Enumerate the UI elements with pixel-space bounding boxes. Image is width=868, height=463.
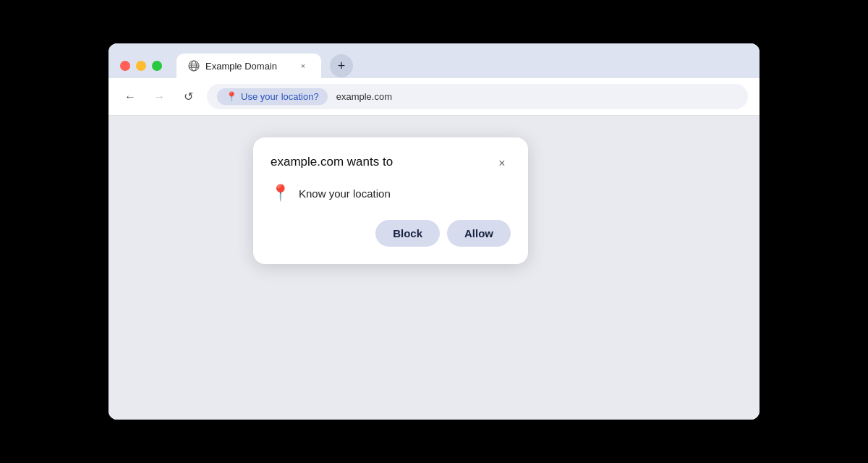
location-chip-icon: 📍 — [226, 91, 237, 102]
tab-title: Example Domain — [205, 61, 291, 72]
popup-title: example.com wants to — [271, 155, 393, 169]
traffic-lights — [120, 61, 162, 71]
location-chip-label: Use your location? — [241, 91, 319, 102]
maximize-traffic-light[interactable] — [152, 61, 162, 71]
popup-close-button[interactable]: × — [493, 155, 511, 172]
block-button[interactable]: Block — [375, 220, 440, 247]
nav-bar: ← → ↺ 📍 Use your location? example.com — [109, 78, 760, 116]
tab-close-button[interactable]: × — [297, 59, 310, 72]
forward-button[interactable]: → — [149, 87, 169, 107]
popup-header: example.com wants to × — [271, 155, 511, 172]
reload-button[interactable]: ↺ — [178, 87, 198, 107]
permission-row: 📍 Know your location — [271, 184, 511, 203]
permission-popup: example.com wants to × 📍 Know your locat… — [253, 137, 528, 264]
new-tab-button[interactable]: + — [330, 54, 353, 77]
back-button[interactable]: ← — [120, 87, 140, 107]
address-bar[interactable]: 📍 Use your location? example.com — [207, 84, 748, 109]
location-permission-chip[interactable]: 📍 Use your location? — [217, 88, 328, 105]
title-bar: Example Domain × + — [109, 43, 760, 78]
minimize-traffic-light[interactable] — [136, 61, 146, 71]
domain-text: example.com — [336, 91, 392, 102]
allow-button[interactable]: Allow — [447, 220, 511, 247]
permission-label: Know your location — [299, 187, 391, 200]
close-traffic-light[interactable] — [120, 61, 130, 71]
permission-location-icon: 📍 — [271, 184, 290, 203]
popup-actions: Block Allow — [271, 220, 511, 247]
browser-tab[interactable]: Example Domain × — [176, 54, 321, 78]
browser-window: Example Domain × + ← → ↺ 📍 Use your loca… — [109, 43, 760, 420]
page-content: example.com wants to × 📍 Know your locat… — [109, 116, 760, 420]
globe-icon — [188, 60, 200, 72]
